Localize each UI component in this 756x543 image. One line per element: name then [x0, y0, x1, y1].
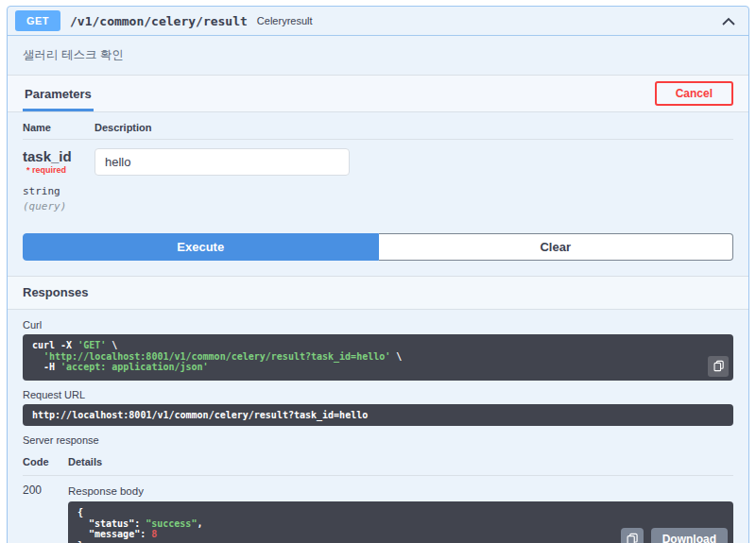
parameter-name-cell: task_id * required string (query): [23, 148, 94, 212]
server-response-row: 200 Response body { "status": "success",…: [23, 476, 733, 543]
execute-button[interactable]: Execute: [23, 233, 379, 261]
column-header-name: Name: [23, 122, 94, 133]
http-method-badge: GET: [15, 10, 60, 31]
parameter-type: string: [23, 185, 94, 197]
parameter-location: (query): [23, 200, 94, 212]
task-id-input[interactable]: [94, 148, 350, 176]
curl-label: Curl: [23, 319, 733, 331]
operation-summary-text: Celeryresult: [257, 15, 313, 26]
status-code: 200: [23, 484, 68, 543]
execute-controls: Execute Clear: [23, 233, 733, 261]
chevron-up-icon[interactable]: [720, 15, 737, 27]
tab-parameters[interactable]: Parameters: [23, 83, 94, 111]
responses-title: Responses: [23, 285, 88, 299]
parameter-name: task_id: [23, 148, 72, 164]
copy-response-button[interactable]: [621, 528, 644, 543]
parameters-section-header: Parameters Cancel: [8, 76, 748, 112]
responses-body: Curl curl -X 'GET' \ 'http://localhost:8…: [8, 310, 748, 543]
curl-command-block: curl -X 'GET' \ 'http://localhost:8001/v…: [23, 334, 733, 381]
responses-section-header: Responses: [8, 276, 748, 310]
clipboard-copy-icon: [627, 533, 638, 543]
operation-description: 샐러리 테스크 확인: [8, 36, 748, 76]
operation-summary-bar[interactable]: GET /v1/common/celery/result Celeryresul…: [8, 7, 748, 36]
response-body-label: Response body: [68, 485, 733, 497]
parameter-value-cell: [94, 148, 733, 212]
server-response-details: Response body { "status": "success", "me…: [68, 484, 733, 543]
clipboard-copy-icon: [713, 360, 724, 372]
parameters-table: Name Description task_id * required stri…: [8, 112, 748, 212]
response-body-controls: Download: [621, 528, 728, 543]
server-response-label: Server response: [23, 434, 733, 446]
request-url-label: Request URL: [23, 389, 733, 400]
clear-button[interactable]: Clear: [379, 233, 734, 261]
server-response-column-headers: Code Details: [23, 450, 733, 476]
parameters-column-headers: Name Description: [23, 112, 733, 140]
response-body-block: { "status": "success", "message": 8 } Do…: [68, 501, 733, 543]
column-header-description: Description: [94, 122, 733, 133]
parameter-row-task-id: task_id * required string (query): [23, 140, 733, 212]
column-header-code: Code: [23, 456, 68, 467]
cancel-button[interactable]: Cancel: [655, 81, 733, 106]
column-header-details: Details: [68, 456, 733, 467]
request-url-value: http://localhost:8001/v1/common/celery/r…: [23, 404, 733, 427]
required-label: * required: [26, 165, 66, 175]
copy-curl-button[interactable]: [708, 356, 729, 377]
download-button[interactable]: Download: [651, 528, 728, 543]
operation-block: GET /v1/common/celery/result Celeryresul…: [7, 6, 749, 543]
endpoint-path: /v1/common/celery/result: [70, 14, 248, 28]
